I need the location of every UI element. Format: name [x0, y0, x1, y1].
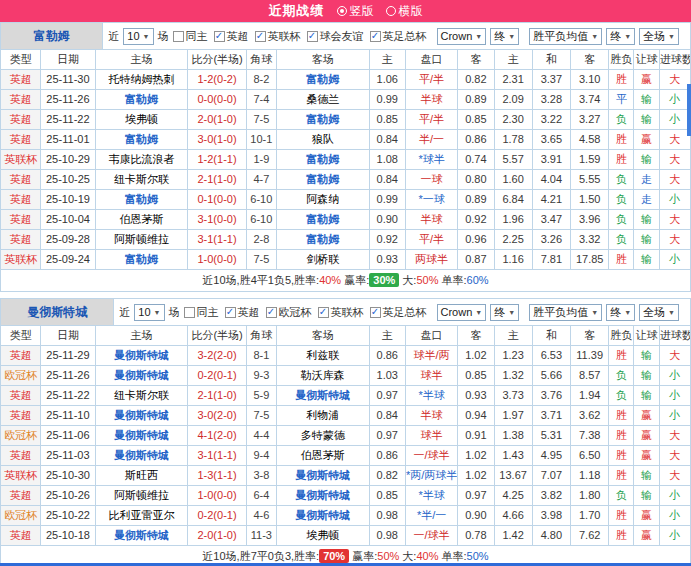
- away-team[interactable]: 曼彻斯特城: [276, 386, 369, 406]
- column-header: 胜负: [609, 50, 634, 70]
- summary-row: 近10场,胜4平1负5,胜率:40% 赢率:30% 大:50% 单率:60%: [1, 270, 691, 292]
- away-team[interactable]: 利兹联: [276, 346, 369, 366]
- match-date: 25-10-22: [41, 506, 95, 526]
- scope-select[interactable]: 全场▼: [639, 28, 679, 45]
- avg-odds-select[interactable]: 胜平负均值▼: [529, 304, 602, 321]
- team-name: 曼彻斯特城: [1, 299, 114, 325]
- corner-count: 8-1: [246, 346, 276, 366]
- avg-lose-odds: 17.85: [571, 250, 609, 270]
- away-team[interactable]: 曼彻斯特城: [276, 486, 369, 506]
- avg-odds-select[interactable]: 胜平负均值▼: [529, 28, 602, 45]
- away-odds: 0.96: [458, 230, 494, 250]
- near-count-select[interactable]: 10▼: [123, 28, 153, 45]
- avg-final-select[interactable]: 终▼: [606, 304, 635, 321]
- filter-checkbox[interactable]: ✓球会友谊: [307, 29, 364, 44]
- filter-checkbox[interactable]: ✓英足总杯: [370, 29, 427, 44]
- home-team[interactable]: 伯恩茅斯: [95, 210, 188, 230]
- column-header: 主场: [95, 326, 188, 346]
- chevron-down-icon: ▼: [508, 309, 515, 316]
- away-team[interactable]: 多特蒙德: [276, 426, 369, 446]
- avg-draw-odds: 6.53: [532, 346, 570, 366]
- away-team[interactable]: 曼彻斯特城: [276, 466, 369, 486]
- layout-option-horizontal[interactable]: 横版: [386, 3, 423, 20]
- column-header: 和: [532, 326, 570, 346]
- near-count-select[interactable]: 10▼: [134, 304, 164, 321]
- filter-checkbox[interactable]: ✓欧冠杯: [266, 305, 312, 320]
- home-odds: 1.08: [369, 150, 405, 170]
- home-team[interactable]: 富勒姆: [95, 90, 188, 110]
- scope-select[interactable]: 全场▼: [639, 304, 679, 321]
- home-team[interactable]: 阿斯顿维拉: [95, 230, 188, 250]
- home-team[interactable]: 曼彻斯特城: [95, 426, 188, 446]
- away-team[interactable]: 富勒姆: [276, 150, 369, 170]
- away-team[interactable]: 富勒姆: [276, 70, 369, 90]
- company-select[interactable]: Crown▼: [437, 304, 487, 321]
- avg-draw-odds: 3.76: [532, 386, 570, 406]
- home-team[interactable]: 富勒姆: [95, 250, 188, 270]
- result-goals: 小: [659, 90, 690, 110]
- away-team[interactable]: 勒沃库森: [276, 366, 369, 386]
- avg-lose-odds: 5.55: [571, 170, 609, 190]
- home-team[interactable]: 韦康比流浪者: [95, 150, 188, 170]
- home-team[interactable]: 斯旺西: [95, 466, 188, 486]
- away-team[interactable]: 曼彻斯特城: [276, 506, 369, 526]
- home-team[interactable]: 曼彻斯特城: [95, 526, 188, 546]
- avg-final-select[interactable]: 终▼: [606, 28, 635, 45]
- match-date: 25-11-22: [41, 386, 95, 406]
- layout-option-vertical[interactable]: 竖版: [337, 3, 374, 20]
- filter-checkbox[interactable]: ✓英联杯: [255, 29, 301, 44]
- home-team[interactable]: 曼彻斯特城: [95, 346, 188, 366]
- away-team[interactable]: 富勒姆: [276, 170, 369, 190]
- away-team[interactable]: 利物浦: [276, 406, 369, 426]
- checkbox-label: 英联杯: [331, 305, 364, 320]
- away-team[interactable]: 阿森纳: [276, 190, 369, 210]
- away-team[interactable]: 富勒姆: [276, 210, 369, 230]
- home-team[interactable]: 富勒姆: [95, 130, 188, 150]
- home-team[interactable]: 纽卡斯尔联: [95, 170, 188, 190]
- away-team[interactable]: 剑桥联: [276, 250, 369, 270]
- odds-final-select[interactable]: 终▼: [490, 304, 519, 321]
- result-goals: 大: [659, 210, 690, 230]
- odds-final-select[interactable]: 终▼: [490, 28, 519, 45]
- filter-checkbox[interactable]: ✓英足总杯: [370, 305, 427, 320]
- avg-draw-odds: 4.95: [532, 446, 570, 466]
- games-label: 场: [169, 305, 180, 320]
- filter-checkbox[interactable]: 同主: [173, 29, 208, 44]
- away-odds: 0.85: [458, 366, 494, 386]
- filter-checkbox[interactable]: ✓英超: [225, 305, 260, 320]
- match-score: 3-1(1-1): [188, 230, 246, 250]
- result-goals: 大: [659, 70, 690, 90]
- home-team[interactable]: 曼彻斯特城: [95, 446, 188, 466]
- away-team[interactable]: 狼队: [276, 130, 369, 150]
- result-wdl: 胜: [609, 426, 634, 446]
- company-select[interactable]: Crown▼: [437, 28, 487, 45]
- avg-draw-odds: 3.65: [532, 130, 570, 150]
- home-team[interactable]: 托特纳姆热刺: [95, 70, 188, 90]
- away-team[interactable]: 伯恩茅斯: [276, 446, 369, 466]
- home-team[interactable]: 富勒姆: [95, 190, 188, 210]
- home-team[interactable]: 比利亚雷亚尔: [95, 506, 188, 526]
- home-team[interactable]: 阿斯顿维拉: [95, 486, 188, 506]
- avg-draw-odds: 3.98: [532, 506, 570, 526]
- match-row: 英超25-11-22埃弗顿2-0(1-0)7-5富勒姆0.85平/半0.852.…: [1, 110, 691, 130]
- filter-checkbox[interactable]: ✓英超: [214, 29, 249, 44]
- checkbox-label: 英足总杯: [383, 305, 427, 320]
- avg-lose-odds: 3.27: [571, 110, 609, 130]
- home-team[interactable]: 曼彻斯特城: [95, 366, 188, 386]
- away-team[interactable]: 桑德兰: [276, 90, 369, 110]
- scrollbar-thumb[interactable]: [687, 84, 691, 136]
- competition-checkboxes: 同主✓英超✓英联杯✓球会友谊✓英足总杯: [173, 29, 427, 44]
- result-goals: 小: [659, 190, 690, 210]
- away-team[interactable]: 富勒姆: [276, 230, 369, 250]
- home-team[interactable]: 纽卡斯尔联: [95, 386, 188, 406]
- chevron-down-icon: ▼: [624, 33, 631, 40]
- home-team[interactable]: 曼彻斯特城: [95, 406, 188, 426]
- away-team[interactable]: 埃弗顿: [276, 526, 369, 546]
- away-team[interactable]: 富勒姆: [276, 110, 369, 130]
- result-goals: 大: [659, 446, 690, 466]
- home-team[interactable]: 埃弗顿: [95, 110, 188, 130]
- match-score: 0-1(0-0): [188, 190, 246, 210]
- filter-checkbox[interactable]: 同主: [184, 305, 219, 320]
- filter-checkbox[interactable]: ✓英联杯: [318, 305, 364, 320]
- match-date: 25-11-10: [41, 406, 95, 426]
